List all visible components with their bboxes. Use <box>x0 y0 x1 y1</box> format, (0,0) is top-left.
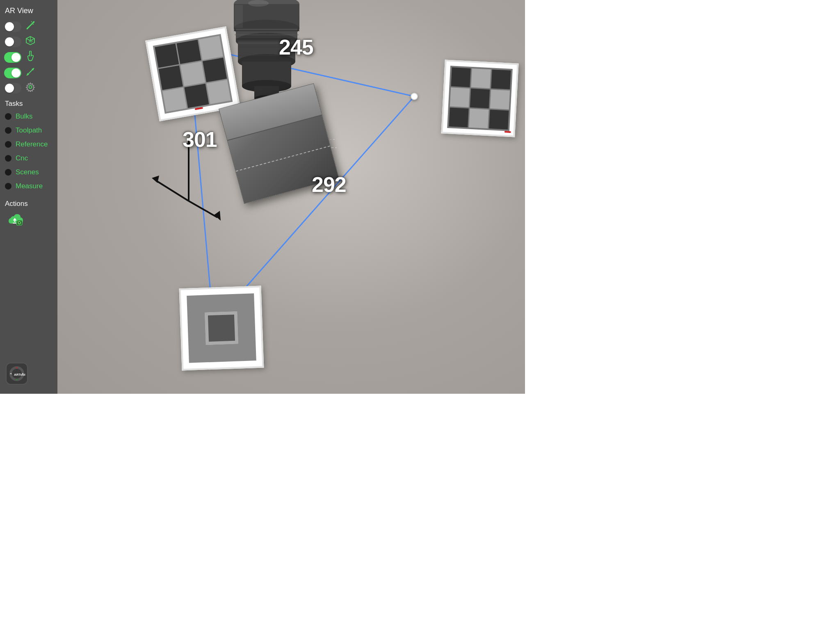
svg-point-14 <box>29 86 32 89</box>
toggle-magic[interactable] <box>4 21 21 32</box>
magic-wand-icon <box>25 21 36 33</box>
toggle-touch[interactable] <box>4 52 21 63</box>
cube-3d-icon: 3D <box>25 35 36 48</box>
svg-line-52 <box>189 201 217 217</box>
sidebar: AR View 3D <box>0 0 57 394</box>
sidebar-item-scenes[interactable]: Scenes <box>0 165 57 179</box>
bulks-dot <box>5 113 11 120</box>
ar-view: 245 301 292 <box>57 0 525 394</box>
tasks-section-label: Tasks <box>0 96 57 110</box>
scenes-dot <box>5 169 11 176</box>
action-cloud-row <box>0 210 30 230</box>
svg-text:3D: 3D <box>29 40 32 43</box>
toggle-row-settings <box>0 81 57 96</box>
svg-line-3 <box>31 21 32 22</box>
reference-dot <box>5 141 11 148</box>
touch-icon <box>25 51 36 64</box>
svg-marker-49 <box>186 139 191 147</box>
bulks-label: Bulks <box>16 112 33 121</box>
coordinate-axes <box>148 135 230 227</box>
scale-arrows-icon <box>25 66 36 80</box>
svg-rect-16 <box>14 219 16 222</box>
svg-line-1 <box>27 27 29 29</box>
node-dot-right <box>411 93 418 100</box>
svg-point-19 <box>17 221 18 221</box>
toggle-row-touch <box>0 50 57 65</box>
sidebar-item-cnc[interactable]: Cnc <box>0 151 57 165</box>
svg-line-50 <box>156 180 189 201</box>
actions-section-label: Actions <box>0 196 57 210</box>
toggle-row-scale <box>0 65 57 81</box>
reference-label: Reference <box>16 140 48 148</box>
sidebar-item-reference[interactable]: Reference <box>0 137 57 151</box>
logo-area: ARTool <box>0 358 34 389</box>
scenes-label: Scenes <box>16 168 39 176</box>
toggle-row-3d: 3D <box>0 34 57 50</box>
svg-point-40 <box>248 0 269 7</box>
toggle-3d[interactable] <box>4 37 21 47</box>
app-logo: ARTool <box>6 363 28 385</box>
cnc-dot <box>5 155 11 162</box>
marker-card-bottom <box>179 286 264 371</box>
measure-dot <box>5 183 11 189</box>
cnc-label: Cnc <box>16 154 28 162</box>
toolpath-dot <box>5 127 11 134</box>
app-title: AR View <box>0 5 57 19</box>
marker-card-right <box>441 59 518 137</box>
svg-rect-41 <box>235 5 243 28</box>
sidebar-item-measure[interactable]: Measure <box>0 179 57 193</box>
gear-icon <box>25 82 36 94</box>
svg-text:ARTool: ARTool <box>14 373 25 377</box>
measure-label: Measure <box>16 182 43 190</box>
toggle-scale[interactable] <box>4 68 21 78</box>
sidebar-item-bulks[interactable]: Bulks <box>0 110 57 123</box>
sidebar-item-toolpath[interactable]: Toolpath <box>0 123 57 137</box>
svg-marker-53 <box>214 211 221 221</box>
svg-line-4 <box>33 24 34 25</box>
toggle-row-magic <box>0 19 57 34</box>
cloud-upload-icon[interactable] <box>6 212 24 228</box>
toolpath-label: Toolpath <box>16 126 42 135</box>
toggle-settings[interactable] <box>4 83 21 94</box>
